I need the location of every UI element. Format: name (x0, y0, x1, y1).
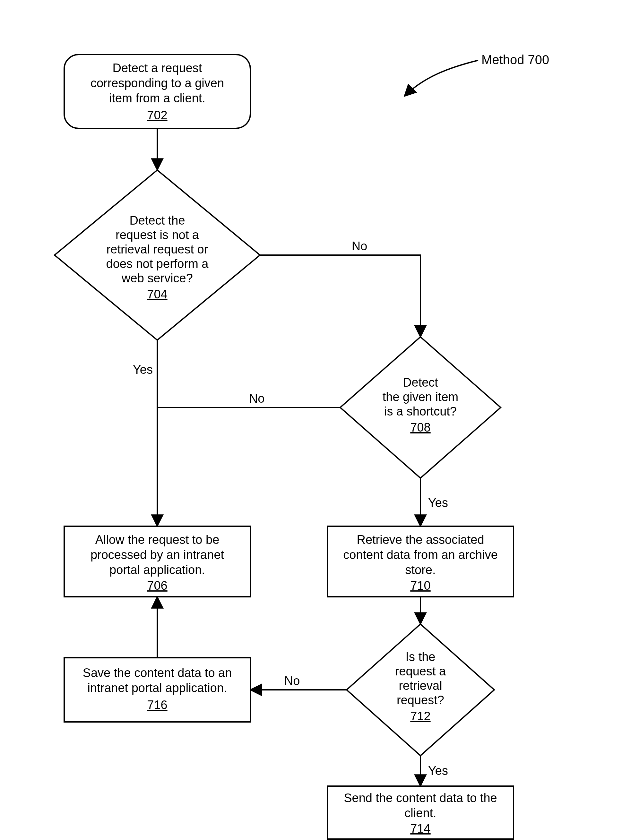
node-702: Detect a request corresponding to a give… (64, 54, 250, 129)
node-716-line1: Save the content data to an (83, 666, 232, 680)
node-704-ref: 704 (147, 287, 167, 301)
node-710-line3: store. (405, 563, 436, 576)
edge-708-yes-label: Yes (428, 496, 448, 510)
node-704-line5: web service? (121, 272, 193, 285)
node-710-ref: 710 (410, 579, 431, 592)
node-714-ref: 714 (410, 822, 431, 835)
node-702-line3: item from a client. (109, 91, 205, 105)
title-pointer (404, 60, 478, 96)
node-706-ref: 706 (147, 579, 167, 592)
node-716-ref: 716 (147, 698, 167, 711)
node-708-ref: 708 (410, 421, 431, 434)
node-704-line1: Detect the (129, 214, 185, 227)
node-706: Allow the request to be processed by an … (64, 526, 250, 597)
node-708-line3: is a shortcut? (384, 405, 457, 418)
node-714: Send the content data to the client. 714 (327, 786, 513, 839)
edge-712-yes-label: Yes (428, 764, 448, 777)
flowchart-canvas: Method 700 Detect a request correspondin… (0, 0, 639, 840)
node-712-line2: request a (395, 664, 446, 678)
node-708-line2: the given item (383, 390, 459, 403)
title-group: Method 700 (404, 52, 549, 96)
node-712-ref: 712 (410, 710, 431, 723)
node-710: Retrieve the associated content data fro… (327, 526, 513, 597)
node-708: Detect the given item is a shortcut? 708 (340, 337, 501, 478)
node-702-line1: Detect a request (113, 61, 202, 75)
node-704-line3: retrieval request or (106, 243, 208, 256)
edge-708-no-label: No (249, 392, 265, 405)
node-702-ref: 702 (147, 108, 167, 122)
node-714-line2: client. (404, 806, 436, 820)
node-712: Is the request a retrieval request? 712 (347, 624, 494, 756)
node-706-line2: processed by an intranet (91, 548, 224, 562)
node-714-line1: Send the content data to the (344, 791, 497, 805)
node-704-line4: does not perform a (106, 257, 209, 270)
edge-704-no (260, 255, 420, 337)
node-712-line1: Is the (406, 650, 436, 664)
title-text: Method 700 (482, 52, 549, 67)
node-708-line1: Detect (403, 376, 438, 389)
edge-704-no-label: No (352, 239, 367, 253)
node-716-line2: intranet portal application. (87, 681, 227, 695)
node-710-line2: content data from an archive (343, 548, 498, 562)
edge-704-yes-label: Yes (133, 363, 153, 376)
node-710-line1: Retrieve the associated (356, 533, 484, 546)
node-712-line4: request? (397, 693, 444, 707)
node-704: Detect the request is not a retrieval re… (54, 170, 260, 340)
node-706-line3: portal application. (110, 563, 205, 576)
node-704-line2: request is not a (116, 228, 199, 241)
node-706-line1: Allow the request to be (95, 533, 219, 546)
node-712-line3: retrieval (399, 679, 442, 692)
edge-712-no-label: No (285, 674, 300, 688)
node-702-line2: corresponding to a given (91, 76, 224, 90)
node-716: Save the content data to an intranet por… (64, 658, 250, 722)
